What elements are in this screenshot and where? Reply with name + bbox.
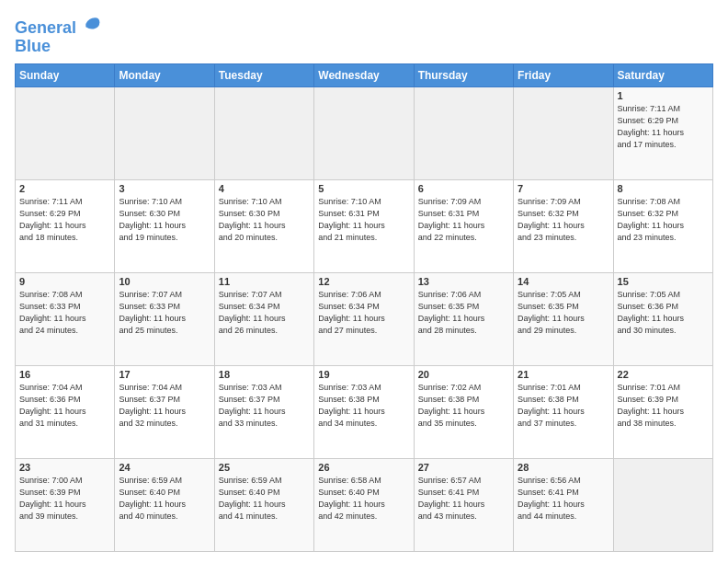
calendar-cell: 28Sunrise: 6:56 AM Sunset: 6:41 PM Dayli… (514, 458, 613, 551)
day-number: 18 (219, 369, 310, 380)
day-info: Sunrise: 6:57 AM Sunset: 6:41 PM Dayligh… (418, 475, 509, 523)
day-number: 10 (119, 276, 210, 287)
day-info: Sunrise: 7:04 AM Sunset: 6:37 PM Dayligh… (119, 382, 210, 430)
calendar-cell (514, 86, 613, 179)
calendar-day-header: Monday (115, 63, 214, 86)
calendar-header-row: SundayMondayTuesdayWednesdayThursdayFrid… (16, 63, 713, 86)
day-number: 9 (19, 276, 110, 287)
day-info: Sunrise: 7:03 AM Sunset: 6:38 PM Dayligh… (318, 382, 409, 430)
day-info: Sunrise: 7:10 AM Sunset: 6:31 PM Dayligh… (318, 196, 409, 244)
day-number: 19 (318, 369, 409, 380)
calendar-cell (16, 86, 115, 179)
calendar-day-header: Sunday (16, 63, 115, 86)
calendar-day-header: Saturday (613, 63, 712, 86)
calendar-table: SundayMondayTuesdayWednesdayThursdayFrid… (15, 63, 713, 552)
day-number: 20 (418, 369, 509, 380)
calendar-day-header: Thursday (414, 63, 513, 86)
header: General Blue (15, 11, 713, 56)
calendar-cell: 2Sunrise: 7:11 AM Sunset: 6:29 PM Daylig… (16, 179, 115, 272)
day-info: Sunrise: 7:09 AM Sunset: 6:31 PM Dayligh… (418, 196, 509, 244)
day-number: 17 (119, 369, 210, 380)
logo-text: General (15, 15, 101, 38)
calendar-cell: 18Sunrise: 7:03 AM Sunset: 6:37 PM Dayli… (214, 365, 313, 458)
logo: General Blue (15, 15, 101, 56)
day-info: Sunrise: 7:08 AM Sunset: 6:33 PM Dayligh… (19, 289, 110, 337)
calendar-cell: 13Sunrise: 7:06 AM Sunset: 6:35 PM Dayli… (414, 272, 513, 365)
calendar-cell: 22Sunrise: 7:01 AM Sunset: 6:39 PM Dayli… (613, 365, 712, 458)
day-number: 15 (618, 276, 709, 287)
calendar-cell: 11Sunrise: 7:07 AM Sunset: 6:34 PM Dayli… (214, 272, 313, 365)
calendar-cell: 10Sunrise: 7:07 AM Sunset: 6:33 PM Dayli… (115, 272, 214, 365)
calendar-cell (613, 458, 712, 551)
calendar-cell: 9Sunrise: 7:08 AM Sunset: 6:33 PM Daylig… (16, 272, 115, 365)
calendar-week-row: 1Sunrise: 7:11 AM Sunset: 6:29 PM Daylig… (16, 86, 713, 179)
day-number: 22 (618, 369, 709, 380)
calendar-cell: 1Sunrise: 7:11 AM Sunset: 6:29 PM Daylig… (613, 86, 712, 179)
calendar-week-row: 9Sunrise: 7:08 AM Sunset: 6:33 PM Daylig… (16, 272, 713, 365)
page: General Blue SundayMondayTuesdayWednesda… (0, 0, 728, 563)
day-number: 12 (318, 276, 409, 287)
day-number: 1 (618, 90, 709, 101)
calendar-cell: 20Sunrise: 7:02 AM Sunset: 6:38 PM Dayli… (414, 365, 513, 458)
day-number: 13 (418, 276, 509, 287)
calendar-cell: 15Sunrise: 7:05 AM Sunset: 6:36 PM Dayli… (613, 272, 712, 365)
day-info: Sunrise: 7:00 AM Sunset: 6:39 PM Dayligh… (19, 475, 110, 523)
calendar-cell: 4Sunrise: 7:10 AM Sunset: 6:30 PM Daylig… (214, 179, 313, 272)
calendar-cell: 19Sunrise: 7:03 AM Sunset: 6:38 PM Dayli… (314, 365, 414, 458)
calendar-cell (314, 86, 414, 179)
calendar-cell: 16Sunrise: 7:04 AM Sunset: 6:36 PM Dayli… (16, 365, 115, 458)
day-info: Sunrise: 7:03 AM Sunset: 6:37 PM Dayligh… (219, 382, 310, 430)
day-number: 4 (219, 183, 310, 194)
calendar-cell: 12Sunrise: 7:06 AM Sunset: 6:34 PM Dayli… (314, 272, 414, 365)
logo-icon (83, 15, 101, 33)
calendar-cell (414, 86, 513, 179)
day-number: 21 (518, 369, 609, 380)
day-number: 14 (518, 276, 609, 287)
day-info: Sunrise: 7:09 AM Sunset: 6:32 PM Dayligh… (518, 196, 609, 244)
calendar-week-row: 23Sunrise: 7:00 AM Sunset: 6:39 PM Dayli… (16, 458, 713, 551)
calendar-cell: 17Sunrise: 7:04 AM Sunset: 6:37 PM Dayli… (115, 365, 214, 458)
calendar-cell: 3Sunrise: 7:10 AM Sunset: 6:30 PM Daylig… (115, 179, 214, 272)
day-info: Sunrise: 6:59 AM Sunset: 6:40 PM Dayligh… (219, 475, 310, 523)
day-number: 23 (19, 462, 110, 473)
day-number: 6 (418, 183, 509, 194)
day-info: Sunrise: 7:06 AM Sunset: 6:34 PM Dayligh… (318, 289, 409, 337)
calendar-cell: 25Sunrise: 6:59 AM Sunset: 6:40 PM Dayli… (214, 458, 313, 551)
logo-general: General (15, 18, 76, 37)
logo-blue: Blue (15, 38, 101, 56)
calendar-cell (115, 86, 214, 179)
day-info: Sunrise: 6:56 AM Sunset: 6:41 PM Dayligh… (518, 475, 609, 523)
day-info: Sunrise: 7:10 AM Sunset: 6:30 PM Dayligh… (119, 196, 210, 244)
day-number: 7 (518, 183, 609, 194)
day-number: 11 (219, 276, 310, 287)
calendar-cell: 26Sunrise: 6:58 AM Sunset: 6:40 PM Dayli… (314, 458, 414, 551)
day-info: Sunrise: 7:01 AM Sunset: 6:38 PM Dayligh… (518, 382, 609, 430)
calendar-cell: 7Sunrise: 7:09 AM Sunset: 6:32 PM Daylig… (514, 179, 613, 272)
calendar-cell: 27Sunrise: 6:57 AM Sunset: 6:41 PM Dayli… (414, 458, 513, 551)
calendar-cell: 14Sunrise: 7:05 AM Sunset: 6:35 PM Dayli… (514, 272, 613, 365)
day-number: 5 (318, 183, 409, 194)
calendar-week-row: 2Sunrise: 7:11 AM Sunset: 6:29 PM Daylig… (16, 179, 713, 272)
day-number: 2 (19, 183, 110, 194)
day-info: Sunrise: 7:05 AM Sunset: 6:36 PM Dayligh… (618, 289, 709, 337)
day-number: 24 (119, 462, 210, 473)
day-number: 16 (19, 369, 110, 380)
day-info: Sunrise: 7:05 AM Sunset: 6:35 PM Dayligh… (518, 289, 609, 337)
calendar-cell: 6Sunrise: 7:09 AM Sunset: 6:31 PM Daylig… (414, 179, 513, 272)
day-info: Sunrise: 7:11 AM Sunset: 6:29 PM Dayligh… (19, 196, 110, 244)
calendar-cell: 8Sunrise: 7:08 AM Sunset: 6:32 PM Daylig… (613, 179, 712, 272)
day-number: 3 (119, 183, 210, 194)
calendar-week-row: 16Sunrise: 7:04 AM Sunset: 6:36 PM Dayli… (16, 365, 713, 458)
day-number: 27 (418, 462, 509, 473)
calendar-day-header: Tuesday (214, 63, 313, 86)
day-info: Sunrise: 6:59 AM Sunset: 6:40 PM Dayligh… (119, 475, 210, 523)
day-info: Sunrise: 7:08 AM Sunset: 6:32 PM Dayligh… (618, 196, 709, 244)
day-info: Sunrise: 7:02 AM Sunset: 6:38 PM Dayligh… (418, 382, 509, 430)
calendar-cell: 5Sunrise: 7:10 AM Sunset: 6:31 PM Daylig… (314, 179, 414, 272)
day-info: Sunrise: 7:07 AM Sunset: 6:33 PM Dayligh… (119, 289, 210, 337)
calendar-day-header: Wednesday (314, 63, 414, 86)
day-info: Sunrise: 7:10 AM Sunset: 6:30 PM Dayligh… (219, 196, 310, 244)
day-info: Sunrise: 6:58 AM Sunset: 6:40 PM Dayligh… (318, 475, 409, 523)
calendar-day-header: Friday (514, 63, 613, 86)
day-info: Sunrise: 7:04 AM Sunset: 6:36 PM Dayligh… (19, 382, 110, 430)
